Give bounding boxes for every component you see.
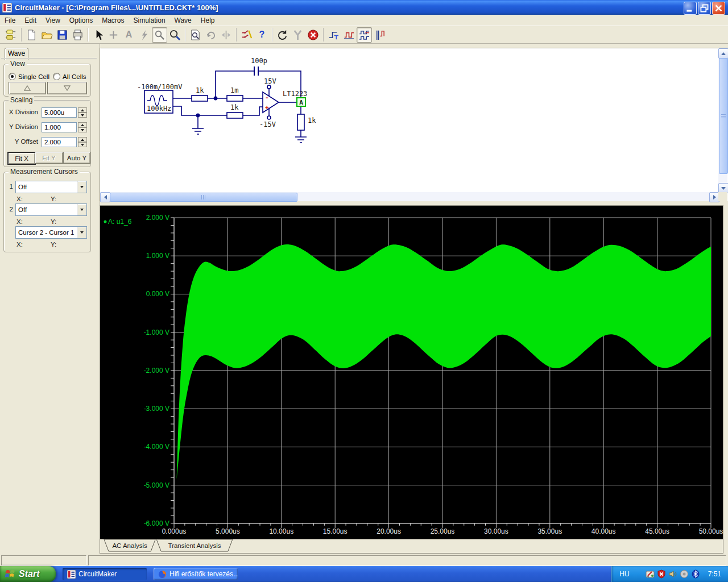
dropdown-arrow-icon[interactable]	[77, 181, 86, 193]
mirror-button[interactable]	[218, 27, 234, 43]
resistor-1m-feedback[interactable]	[227, 95, 243, 101]
step-tool-button[interactable]	[290, 27, 305, 43]
menu-item-help[interactable]: Help	[196, 15, 220, 26]
y-division-label: Y Division	[4, 123, 38, 130]
task-button-browser[interactable]: Hifi erősítők tervezés...	[154, 568, 238, 580]
cursor-diff-select[interactable]: Cursor 2 - Cursor 1	[15, 226, 87, 239]
volume-icon[interactable]	[668, 569, 677, 579]
reset-button[interactable]	[275, 27, 290, 43]
y-division-spinner[interactable]	[78, 122, 87, 132]
scaling-group-label: Scaling	[9, 96, 34, 104]
vscroll-thumb[interactable]	[719, 58, 728, 174]
menu-item-view[interactable]: View	[41, 15, 65, 26]
spin-up-icon[interactable]	[78, 137, 87, 142]
fit-y-button[interactable]: Fit Y	[35, 152, 63, 164]
tab-wave[interactable]: Wave	[5, 48, 28, 60]
probe-tool-button[interactable]	[152, 27, 167, 43]
spin-down-icon[interactable]	[78, 113, 87, 118]
new-file-button[interactable]	[24, 27, 39, 43]
toolbar-separator	[323, 28, 324, 41]
auto-y-button[interactable]: Auto Y	[63, 152, 90, 164]
capacitor-100p[interactable]	[254, 66, 258, 76]
tab-label[interactable]: AC Analysis	[112, 542, 147, 549]
print-button[interactable]	[70, 27, 85, 43]
language-indicator[interactable]: HU	[619, 570, 629, 578]
spin-down-icon[interactable]	[78, 127, 87, 132]
wire-tool-button[interactable]	[106, 27, 121, 43]
vplus-pin[interactable]	[267, 85, 271, 89]
new-file-icon	[26, 29, 38, 41]
radio-all-cells[interactable]: All Cells	[53, 71, 86, 81]
save-file-button[interactable]	[55, 27, 70, 43]
resistor-1k-plus[interactable]	[227, 113, 243, 118]
menu-item-edit[interactable]: Edit	[20, 15, 41, 26]
resistor-1k-load[interactable]	[297, 114, 304, 130]
waveform-plot[interactable]: 2.000 V1.000 V0.000 V-1.000 V-2.000 V-3.…	[100, 206, 723, 539]
spin-down-icon[interactable]	[78, 142, 87, 147]
vminus-pin[interactable]	[267, 116, 271, 119]
mixed-analysis-button[interactable]	[357, 27, 372, 43]
scroll-up-icon[interactable]	[718, 48, 728, 59]
radio-single-cell[interactable]: Single Cell	[9, 71, 49, 81]
radio-single-cell-circle[interactable]	[9, 73, 16, 80]
menu-item-simulation[interactable]: Simulation	[129, 15, 170, 26]
resistor-1k-input[interactable]	[192, 95, 208, 101]
rotate-button[interactable]	[203, 27, 218, 43]
schematic-vscrollbar[interactable]	[718, 48, 727, 192]
hscroll-thumb[interactable]	[110, 193, 297, 202]
run-probe-button[interactable]	[136, 27, 152, 43]
r-plus-label: 1k	[230, 103, 239, 111]
cell-up-button[interactable]	[9, 82, 46, 94]
dropdown-arrow-icon[interactable]	[77, 227, 86, 238]
clock[interactable]: 7:51	[708, 570, 721, 578]
schematic-canvas[interactable]: A -100m/100mV 100kHz 1k 1m 1k 100p 15V -…	[100, 48, 718, 192]
cell-down-button[interactable]	[47, 82, 87, 94]
restore-button[interactable]	[698, 2, 711, 15]
close-button[interactable]	[712, 2, 725, 15]
parts-browser-button[interactable]	[3, 27, 19, 43]
schematic-pane[interactable]: A -100m/100mV 100kHz 1k 1m 1k 100p 15V -…	[100, 48, 728, 201]
menu-item-macros[interactable]: Macros	[97, 15, 129, 26]
x-division-label: X Division	[4, 109, 38, 115]
stop-button[interactable]	[305, 27, 321, 43]
y-offset-spinner[interactable]	[78, 137, 87, 147]
ground-symbol	[192, 128, 204, 134]
open-file-button[interactable]	[39, 27, 55, 43]
bluetooth-icon[interactable]	[691, 569, 700, 579]
text-tool-button[interactable]: A	[121, 27, 136, 43]
search-part-button[interactable]	[188, 27, 203, 43]
menu-item-file[interactable]: File	[0, 15, 20, 26]
security-shield-icon[interactable]	[657, 569, 666, 579]
task-button-circuitmaker[interactable]: CircuitMaker	[63, 568, 147, 580]
zoom-tool-button[interactable]	[167, 27, 183, 43]
tab-label[interactable]: Transient Analysis	[168, 542, 221, 549]
waveform-pane[interactable]: 2.000 V1.000 V0.000 V-1.000 V-2.000 V-3.…	[100, 205, 723, 554]
help-button[interactable]: ?	[254, 27, 270, 43]
minimize-button[interactable]	[684, 2, 697, 15]
select-arrow-button[interactable]	[90, 27, 106, 43]
transient-setup-button[interactable]	[326, 27, 341, 43]
spin-up-icon[interactable]	[78, 122, 87, 127]
y-division-input[interactable]: 1.000	[42, 122, 77, 132]
start-button[interactable]: Start	[0, 566, 56, 582]
digital-analysis-button[interactable]	[372, 27, 387, 43]
schematic-hscrollbar[interactable]	[100, 192, 718, 201]
x-division-spinner[interactable]	[78, 107, 87, 118]
cursor1-select[interactable]: Off	[15, 181, 87, 193]
trace-legend[interactable]: A: u1_6	[108, 218, 132, 226]
analog-analysis-button[interactable]	[341, 27, 357, 43]
y-offset-input[interactable]: 2.000	[42, 137, 77, 147]
radio-all-cells-circle[interactable]	[53, 73, 60, 80]
x-division-input[interactable]: 5.000u	[42, 107, 77, 118]
menu-item-wave[interactable]: Wave	[170, 15, 196, 26]
parts-browser-icon	[5, 29, 17, 41]
scroll-left-icon[interactable]	[100, 192, 110, 202]
cursor2-select[interactable]: Off	[15, 203, 87, 216]
digital-analog-switch-button[interactable]	[239, 27, 254, 43]
spin-up-icon[interactable]	[78, 107, 87, 113]
audio-device-icon[interactable]	[680, 569, 689, 579]
menu-item-options[interactable]: Options	[65, 15, 97, 26]
pen-tablet-icon[interactable]	[646, 569, 655, 579]
fit-x-button[interactable]: Fit X	[7, 152, 36, 165]
dropdown-arrow-icon[interactable]	[77, 204, 86, 215]
